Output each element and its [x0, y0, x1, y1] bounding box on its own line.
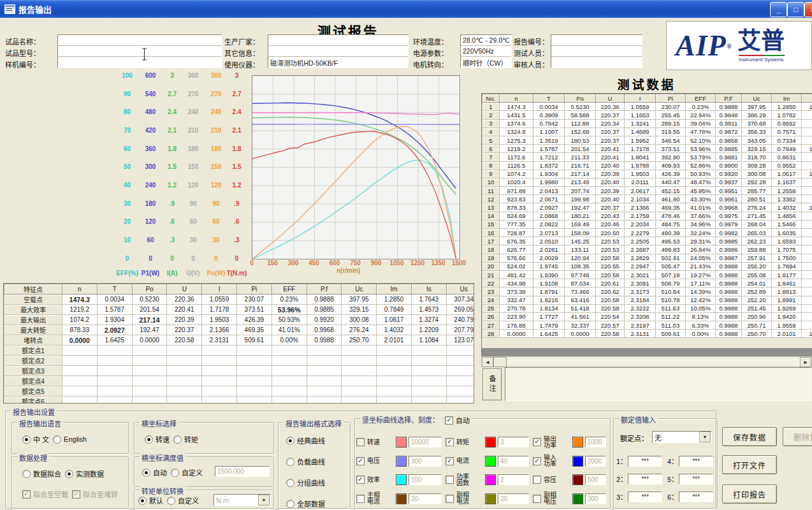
torque-unit-option[interactable]: 默认 [138, 495, 163, 506]
table-row[interactable]: 101020.41.9980213.49220.402.0111440.4748… [482, 178, 812, 186]
delete-data-button[interactable]: 删除数据 [783, 427, 812, 446]
table-row[interactable]: 51275.31.3519180.53220.371.5952346.5452.… [482, 136, 812, 144]
table-row[interactable]: 91074.21.9304217.14220.391.9503426.3950.… [482, 170, 812, 178]
language-option[interactable]: English [53, 435, 87, 444]
torque-unit-option[interactable]: 自定义 [167, 495, 199, 506]
checkbox-unchecked[interactable] [533, 476, 541, 484]
table-row[interactable]: 22434.981.910887.034220.612.3091508.7917… [482, 279, 812, 288]
field-input[interactable] [268, 46, 408, 57]
scale-value-input[interactable]: 300 [409, 456, 442, 467]
checkbox-checked[interactable]: ✓ [22, 490, 31, 499]
radio-unselected[interactable] [286, 500, 294, 508]
curve-select-item[interactable]: 转速10000 [356, 433, 446, 452]
color-swatch[interactable] [396, 437, 407, 448]
table-row[interactable]: 最大效率1219.21.5787201.54220.411.7178373.51… [4, 305, 475, 315]
table-row[interactable]: 额定点5 [4, 386, 475, 397]
curve-select-item[interactable]: 副相 电压300 [533, 490, 610, 509]
color-swatch[interactable] [396, 456, 407, 467]
minimize-button[interactable]: _ [770, 2, 787, 17]
checkbox-unchecked[interactable] [446, 476, 454, 484]
radio-unselected[interactable] [171, 469, 179, 477]
field-input[interactable] [551, 46, 642, 57]
scroll-left-icon[interactable]: ◄ [482, 357, 493, 367]
table-row[interactable]: 16728.872.0713158.09220.502.2279490.3932… [482, 229, 812, 237]
radio-unselected[interactable] [22, 470, 31, 478]
fit-checkbox-item[interactable]: ✓拟合至堵转 [72, 489, 118, 499]
color-swatch[interactable] [572, 474, 583, 485]
table-row[interactable]: 额定点1 [4, 346, 475, 356]
scale-value-input[interactable]: 10000 [409, 437, 442, 448]
table-row[interactable]: 24332.471.821663.416220.582.3184510.7812… [482, 296, 812, 304]
table-row[interactable]: 17676.352.0510145.25220.532.2505495.5329… [482, 237, 812, 245]
x-axis-option[interactable]: 转速 [145, 434, 170, 444]
table-row[interactable]: 27176.881.747932.337220.572.3197511.036.… [482, 321, 812, 330]
table-row[interactable]: 25270.781.813451.418220.582.3222511.6310… [482, 304, 812, 312]
curve-select-item[interactable]: ✓效率100 [356, 470, 446, 490]
torque-unit-dropdown[interactable]: N.m ▼ [214, 494, 271, 506]
scale-value-input[interactable]: 20 [498, 493, 529, 504]
curve-select-item[interactable]: 主相 电流20 [356, 490, 446, 509]
radio-selected[interactable] [286, 437, 294, 445]
table-row[interactable]: 23373.381.879173.466220.622.3173510.6414… [482, 288, 812, 296]
radio-unselected[interactable] [167, 497, 175, 505]
checkbox-checked[interactable]: ✓ [356, 457, 365, 465]
feature-point-table[interactable]: 特征点nTPoUIPiEFFP.fUcImIsUs空载点1474.30.0034… [3, 283, 474, 404]
dropdown-arrow-icon[interactable]: ▼ [258, 495, 270, 506]
table-row[interactable]: 61219.21.5787201.54220.411.7178373.5153.… [482, 145, 812, 153]
data-processing-option[interactable]: 实测数据 [65, 469, 104, 479]
radio-selected[interactable] [22, 435, 31, 444]
color-swatch[interactable] [396, 474, 407, 485]
dropdown-arrow-icon[interactable]: ▼ [699, 432, 711, 442]
table-row[interactable]: 18626.772.0281133.11220.532.2687499.8326… [482, 245, 812, 254]
open-file-button[interactable]: 打开文件 [722, 455, 777, 474]
scroll-right-icon[interactable]: ► [800, 357, 811, 367]
curve-select-item[interactable]: ✓转矩3 [446, 433, 533, 452]
table-row[interactable]: 堵转点0.00001.64250.0000220.582.3131509.610… [4, 335, 475, 346]
report-format-option[interactable]: 负载曲线 [286, 456, 325, 467]
color-swatch[interactable] [485, 456, 496, 467]
scrollbar-thumb[interactable] [493, 357, 507, 367]
scale-value-input[interactable]: 3 [498, 437, 529, 448]
checkbox-checked[interactable]: ✓ [446, 457, 454, 465]
maximize-button[interactable]: □ [787, 2, 804, 17]
field-input[interactable] [58, 35, 222, 46]
curve-select-item[interactable]: ✓电流40 [446, 452, 533, 471]
rated-field-input[interactable]: *** [628, 492, 662, 502]
radio-selected[interactable] [145, 435, 153, 444]
checkbox-checked[interactable]: ✓ [72, 490, 80, 499]
table-row[interactable]: 41324.81.1007152.68220.371.4689319.5547.… [482, 127, 812, 136]
x-fullscale-input[interactable]: 1500.000 [215, 466, 270, 477]
x-fullscale-option[interactable]: 自动 [142, 467, 167, 477]
report-format-option[interactable]: 分组曲线 [286, 477, 325, 488]
rated-field-input[interactable]: *** [679, 492, 713, 502]
checkbox-checked[interactable]: ✓ [356, 476, 365, 484]
curve-select-item[interactable]: ✓输出 功率1000 [533, 433, 610, 452]
title-bar[interactable]: 报告输出 _ □ × [0, 0, 812, 18]
radio-unselected[interactable] [286, 458, 294, 466]
scale-value-input[interactable]: 2 [498, 474, 529, 485]
x-axis-option[interactable]: 转矩 [173, 434, 198, 444]
scale-value-input[interactable]: 2000 [585, 456, 606, 467]
checkbox-checked[interactable]: ✓ [533, 457, 541, 465]
field-input[interactable]: 220V50Hz [461, 46, 511, 57]
language-option[interactable]: 中 文 [22, 434, 49, 444]
checkbox-unchecked[interactable] [356, 495, 365, 503]
table-row[interactable]: 额定点4 [4, 376, 475, 386]
radio-selected[interactable] [65, 470, 73, 478]
table-row[interactable]: 81126.51.8372216.71220.401.8788409.9352.… [482, 161, 812, 170]
checkbox-unchecked[interactable] [446, 495, 454, 503]
field-input[interactable] [551, 57, 642, 68]
remark-textarea[interactable] [505, 367, 811, 401]
scale-value-input[interactable]: 100 [409, 474, 442, 485]
table-row[interactable]: 20524.021.9745108.35220.552.2947505.4721… [482, 262, 812, 270]
table-row[interactable]: 15777.352.0822169.49220.462.2034484.7534… [482, 220, 812, 228]
table-row[interactable]: 11971.882.0413207.74220.392.0617452.1545… [482, 187, 812, 195]
field-input[interactable]: 顺时针（CW） [461, 57, 511, 68]
field-input[interactable] [551, 35, 642, 46]
test-data-table[interactable]: No.nTPoUIPiEFFP.FUcImIs11474.30.00340.52… [481, 93, 812, 349]
scale-value-input[interactable]: 40 [498, 456, 529, 467]
table-row[interactable]: 额定点2 [4, 356, 475, 366]
table-row[interactable]: 71172.61.7212211.33220.411.8041392.9053.… [482, 153, 812, 161]
table-row[interactable]: 280.00001.64250.0000220.582.3131509.610.… [482, 330, 812, 338]
field-input[interactable] [268, 35, 408, 46]
